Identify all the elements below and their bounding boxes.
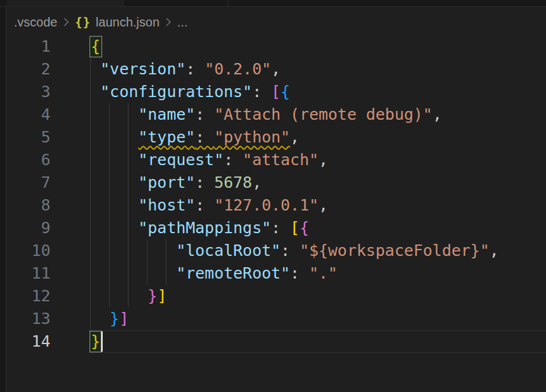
line-text: }]	[91, 308, 129, 330]
code-token: :	[195, 105, 214, 124]
line-number[interactable]: 10	[6, 239, 50, 262]
line-text: "host": "127.0.0.1",	[91, 194, 328, 217]
code-token: }	[110, 309, 119, 328]
code-line[interactable]: 3 "configurations": [{	[6, 81, 546, 103]
code-token: :	[281, 241, 299, 260]
line-text: }]	[91, 285, 166, 308]
breadcrumb-overflow[interactable]: ...	[177, 15, 188, 30]
line-number[interactable]: 4	[6, 103, 50, 126]
line-number[interactable]: 9	[6, 217, 50, 239]
code-token: ,	[290, 128, 299, 146]
line-text: "name": "Attach (remote debug)",	[91, 103, 442, 126]
tab-strip	[0, 0, 546, 7]
chevron-right-icon	[63, 17, 69, 27]
code-token: ,	[433, 105, 442, 124]
code-line[interactable]: 13 }]	[6, 308, 546, 330]
code-line[interactable]: 10 "localRoot": "${workspaceFolder}",	[6, 239, 546, 262]
line-text: "version": "0.2.0",	[91, 58, 281, 81]
code-token: }	[148, 287, 157, 305]
code-token: "0.2.0"	[205, 60, 271, 78]
code-token: "host"	[138, 196, 195, 214]
code-line[interactable]: 12 }]	[6, 285, 546, 308]
code-token: "python"	[214, 128, 290, 146]
code-token: "attach"	[243, 151, 318, 169]
tab-separator	[123, 0, 124, 6]
code-token: "127.0.0.1"	[214, 196, 319, 214]
code-token: [	[290, 219, 299, 237]
line-number[interactable]: 3	[6, 81, 50, 103]
code-token: ,	[252, 173, 262, 192]
line-number[interactable]: 1	[6, 35, 50, 58]
line-number[interactable]: 11	[6, 262, 50, 285]
code-token: "localRoot"	[176, 241, 281, 260]
code-line[interactable]: 7 "port": 5678,	[6, 171, 546, 194]
line-number[interactable]: 13	[6, 308, 50, 330]
breadcrumb-file[interactable]: launch.json	[96, 15, 160, 30]
code-token: "name"	[138, 105, 195, 124]
code-token: :	[195, 196, 214, 214]
code-token: ]	[119, 309, 129, 328]
code-token: :	[195, 128, 214, 146]
code-token: ,	[318, 196, 328, 214]
line-number[interactable]: 6	[6, 149, 50, 171]
code-line[interactable]: 8 "host": "127.0.0.1",	[6, 194, 546, 217]
code-token: }	[91, 332, 100, 350]
code-line[interactable]: 6 "request": "attach",	[6, 149, 546, 171]
line-text: "remoteRoot": "."	[91, 262, 337, 285]
line-number[interactable]: 8	[6, 194, 50, 217]
code-token: [	[271, 83, 281, 101]
left-rail	[0, 7, 6, 392]
code-token: ,	[489, 241, 499, 260]
code-token: "port"	[138, 173, 195, 192]
code-token: :	[252, 83, 271, 101]
code-token: "version"	[100, 60, 185, 78]
code-line[interactable]: 11 "remoteRoot": "."	[6, 262, 546, 285]
code-token: "request"	[138, 151, 223, 169]
editor-pane[interactable]: .vscode {} launch.json ... 1{2 "version"…	[6, 7, 546, 392]
breadcrumb: .vscode {} launch.json ...	[14, 11, 188, 33]
code-token: "${workspaceFolder}"	[299, 241, 489, 260]
code-token: "."	[309, 264, 337, 282]
line-number[interactable]: 7	[6, 171, 50, 194]
code-token: 5678	[214, 173, 252, 192]
code-line[interactable]: 5 "type": "python",	[6, 126, 546, 149]
code-token: {	[281, 83, 290, 101]
code-token: "type"	[138, 128, 195, 146]
line-text: "pathMappings": [{	[91, 217, 309, 239]
tab-separator	[228, 0, 228, 6]
code-token: {	[91, 37, 100, 55]
line-number[interactable]: 14	[6, 330, 50, 353]
code-token: :	[224, 151, 243, 169]
code-token: "pathMappings"	[138, 219, 271, 237]
code-token: ]	[157, 287, 166, 305]
json-file-icon: {}	[75, 15, 91, 29]
code-line[interactable]: 14}	[6, 330, 546, 353]
code-token: "Attach (remote debug)"	[214, 105, 433, 124]
line-text: "localRoot": "${workspaceFolder}",	[91, 239, 499, 262]
code-token: {	[299, 219, 309, 237]
code-area[interactable]: 1{2 "version": "0.2.0",3 "configurations…	[6, 35, 546, 392]
code-line[interactable]: 1{	[6, 35, 546, 58]
line-number[interactable]: 12	[6, 285, 50, 308]
code-token: :	[186, 60, 205, 78]
code-token: ,	[271, 60, 281, 78]
code-token: :	[271, 219, 290, 237]
active-tab-remnant[interactable]	[6, 0, 123, 6]
code-line[interactable]: 4 "name": "Attach (remote debug)",	[6, 103, 546, 126]
line-text: "type": "python",	[91, 126, 299, 149]
line-text: "request": "attach",	[91, 149, 328, 171]
line-text: "configurations": [{	[91, 81, 290, 103]
code-token: "configurations"	[100, 83, 252, 101]
breadcrumb-folder[interactable]: .vscode	[14, 15, 57, 30]
code-token: ,	[318, 151, 328, 169]
code-token: :	[290, 264, 309, 282]
code-line[interactable]: 9 "pathMappings": [{	[6, 217, 546, 239]
code-token: :	[195, 173, 214, 192]
code-line[interactable]: 2 "version": "0.2.0",	[6, 58, 546, 81]
line-number[interactable]: 5	[6, 126, 50, 149]
line-number[interactable]: 2	[6, 58, 50, 81]
code-token: "remoteRoot"	[176, 264, 290, 282]
vscode-window: { "colors": { "editor_bg": "#1f1f1f", "r…	[0, 0, 546, 392]
line-text: {	[91, 35, 100, 58]
chevron-right-icon	[165, 17, 171, 27]
